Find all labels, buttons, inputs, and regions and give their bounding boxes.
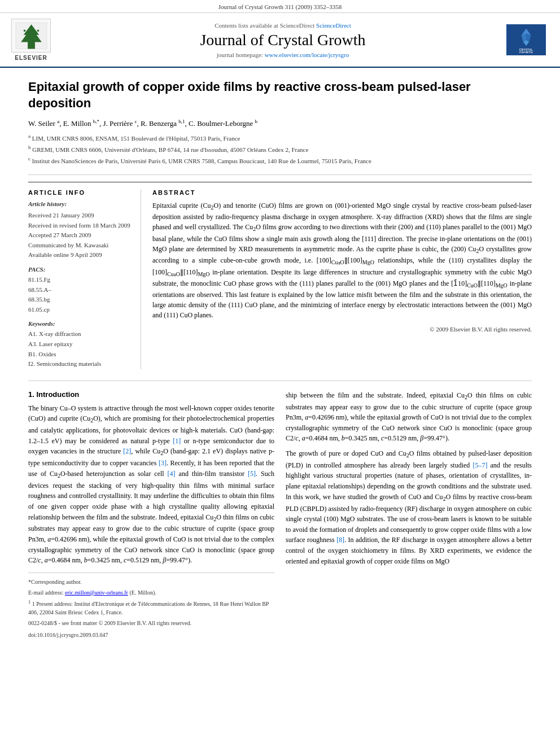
article-info-col: ARTICLE INFO Article history: Received 2… bbox=[28, 189, 141, 369]
citation-text: Journal of Crystal Growth 311 (2009) 335… bbox=[218, 3, 342, 10]
affiliations: a LIM, UMR CNRS 8006, ENSAM, 151 Bouleva… bbox=[28, 133, 532, 165]
main-content: 1. Introduction The binary Cu–O system i… bbox=[28, 381, 532, 639]
homepage-url[interactable]: www.elsevier.com/locate/jcrysgro bbox=[265, 51, 349, 58]
pacs-section: PACS: 81.15.Fg 68.55.A– 68.35.bg 61.05.c… bbox=[28, 266, 132, 314]
pacs-label: PACS: bbox=[28, 266, 132, 273]
email-link[interactable]: eric.millon@univ-orleans.fr bbox=[65, 589, 128, 596]
ref-3-link[interactable]: [3] bbox=[159, 459, 167, 467]
ref-5-7-link[interactable]: [5–7] bbox=[473, 461, 487, 469]
ref-8-link[interactable]: [8] bbox=[336, 536, 344, 544]
received-date: Received 21 January 2009 bbox=[28, 211, 132, 221]
journal-center: Contents lists available at ScienceDirec… bbox=[62, 22, 504, 58]
article-history-label: Article history: bbox=[28, 200, 132, 207]
doi-line: doi:10.1016/j.jcrysgro.2009.03.047 bbox=[28, 631, 274, 639]
ref-2-link[interactable]: [2] bbox=[123, 447, 131, 455]
communicated-by: Communicated by M. Kawasaki bbox=[28, 241, 132, 251]
crystal-growth-logo: CRYSTAL GROWTH bbox=[504, 24, 549, 55]
ref-5-link[interactable]: [5] bbox=[248, 470, 256, 478]
journal-homepage: journal homepage: www.elsevier.com/locat… bbox=[62, 51, 504, 58]
elsevier-label: ELSEVIER bbox=[15, 55, 47, 61]
article-info-header: ARTICLE INFO bbox=[28, 189, 132, 196]
available-online: Available online 9 April 2009 bbox=[28, 250, 132, 260]
affiliation-c: c Institut des NanoSciences de Paris, Un… bbox=[28, 155, 532, 165]
page-wrapper: Journal of Crystal Growth 311 (2009) 335… bbox=[0, 0, 560, 747]
pacs-68-35: 68.35.bg bbox=[28, 295, 132, 305]
article-body: Epitaxial growth of copper oxide films b… bbox=[0, 68, 560, 650]
homepage-label: journal homepage: bbox=[217, 51, 263, 58]
svg-text:CRYSTAL: CRYSTAL bbox=[519, 49, 533, 51]
accepted-date: Accepted 27 March 2009 bbox=[28, 230, 132, 241]
corresponding-footnote: *Corresponding author. bbox=[28, 578, 274, 586]
intro-right-col: ship between the film and the substrate.… bbox=[286, 390, 532, 639]
keyword-4: I2. Semiconducting materials bbox=[28, 359, 132, 369]
abstract-col: ABSTRACT Epitaxial cuprite (Cu2O) and te… bbox=[152, 189, 532, 369]
bottom-copyright: 0022-0248/$ - see front matter © 2009 El… bbox=[28, 619, 274, 627]
separator bbox=[28, 174, 532, 175]
introduction-title: 1. Introduction bbox=[28, 390, 274, 399]
elsevier-logo: ELSEVIER bbox=[11, 19, 51, 61]
article-title: Epitaxial growth of copper oxide films b… bbox=[28, 79, 532, 111]
pacs-81: 81.15.Fg bbox=[28, 275, 132, 285]
top-citation-bar: Journal of Crystal Growth 311 (2009) 335… bbox=[0, 0, 560, 13]
keyword-3: B1. Oxides bbox=[28, 350, 132, 360]
contents-available-text: Contents lists available at ScienceDirec… bbox=[215, 22, 314, 29]
abstract-copyright: © 2009 Elsevier B.V. All rights reserved… bbox=[152, 325, 532, 334]
intro-paragraph-3: The growth of pure or doped CuO and Cu2O… bbox=[286, 448, 532, 566]
keyword-2: A3. Laser epitaxy bbox=[28, 339, 132, 350]
intro-paragraph-1: The binary Cu–O system is attractive thr… bbox=[28, 403, 274, 566]
keyword-1: A1. X-ray diffraction bbox=[28, 329, 132, 339]
journal-header: ELSEVIER Contents lists available at Sci… bbox=[0, 13, 560, 68]
email-footnote: E-mail address: eric.millon@univ-orleans… bbox=[28, 588, 274, 597]
svg-text:GROWTH: GROWTH bbox=[519, 51, 533, 53]
affiliation-a: a LIM, UMR CNRS 8006, ENSAM, 151 Bouleva… bbox=[28, 133, 532, 143]
keywords-section: Keywords: A1. X-ray diffraction A3. Lase… bbox=[28, 320, 132, 369]
present-address-footnote: 1 1 Present address: Institut d'Electron… bbox=[28, 599, 274, 617]
intro-paragraph-2: ship between the film and the substrate.… bbox=[286, 390, 532, 444]
intro-left-col: 1. Introduction The binary Cu–O system i… bbox=[28, 390, 274, 639]
affiliation-b: b GREMI, UMR CNRS 6606, Université d'Orl… bbox=[28, 144, 532, 154]
abstract-header: ABSTRACT bbox=[152, 189, 532, 196]
abstract-paragraph: Epitaxial cuprite (Cu2O) and tenorite (C… bbox=[152, 200, 532, 320]
ref-1-link[interactable]: [1] bbox=[173, 437, 181, 445]
cg-logo-box: CRYSTAL GROWTH bbox=[506, 24, 546, 55]
svg-point-3 bbox=[37, 29, 39, 32]
authors-line: W. Seiler a, E. Millon b,*, J. Perrière … bbox=[28, 118, 532, 128]
author-seiler: W. Seiler a, E. Millon b,*, J. Perrière … bbox=[28, 119, 257, 128]
abstract-text: Epitaxial cuprite (Cu2O) and tenorite (C… bbox=[152, 200, 532, 334]
sciencedirect-line: Contents lists available at ScienceDirec… bbox=[62, 22, 504, 29]
journal-title: Journal of Crystal Growth bbox=[62, 31, 504, 49]
keywords-label: Keywords: bbox=[28, 320, 132, 327]
pacs-68-55: 68.55.A– bbox=[28, 285, 132, 295]
sciencedirect-link[interactable]: ScienceDirect bbox=[316, 22, 351, 29]
pacs-61: 61.05.cp bbox=[28, 305, 132, 315]
footnotes-section: *Corresponding author. E-mail address: e… bbox=[28, 573, 274, 639]
received-revised: Received in revised form 18 March 2009 bbox=[28, 221, 132, 231]
ref-4-link[interactable]: [4] bbox=[168, 470, 176, 478]
svg-point-2 bbox=[23, 29, 25, 32]
article-info-abstract: ARTICLE INFO Article history: Received 2… bbox=[28, 182, 532, 369]
elsevier-logo-box bbox=[11, 19, 51, 53]
